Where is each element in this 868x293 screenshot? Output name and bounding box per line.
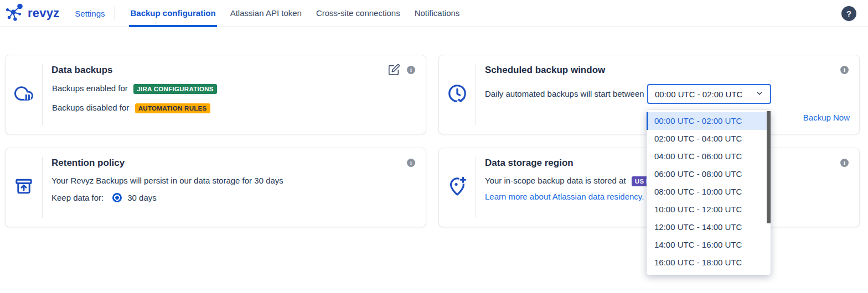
location-pin-plus-icon [447, 176, 468, 199]
card-divider [476, 157, 476, 218]
question-mark-icon: ? [846, 9, 851, 18]
card-divider [42, 64, 43, 125]
chevron-down-icon [756, 90, 763, 99]
backups-enabled-text: Backups enabled for [52, 83, 128, 93]
selected-window-value: 00:00 UTC - 02:00 UTC [655, 90, 756, 99]
card-icon-column [6, 55, 42, 134]
nav-settings-link[interactable]: Settings [75, 9, 105, 18]
dropdown-option[interactable]: 14:00 UTC - 16:00 UTC [647, 236, 771, 254]
tab-notifications[interactable]: Notifications [410, 0, 465, 27]
archive-up-icon [14, 176, 34, 198]
backups-disabled-text: Backups disabled for [52, 103, 129, 112]
card-icon-column [6, 148, 42, 227]
help-button[interactable]: ? [841, 6, 856, 21]
tab-cross-site-connections[interactable]: Cross-site connections [311, 0, 405, 27]
tab-atlassian-api-token[interactable]: Atlassian API token [225, 0, 307, 27]
keep-data-label: Keep data for: [51, 193, 104, 202]
clock-check-icon [447, 83, 468, 106]
backup-window-dropdown: 00:00 UTC - 02:00 UTC 02:00 UTC - 04:00 … [647, 110, 771, 275]
info-icon[interactable]: i [840, 159, 849, 167]
nav-divider [115, 6, 115, 20]
edit-button[interactable] [388, 64, 400, 78]
backup-window-description: Daily automated backups will start betwe… [485, 89, 644, 98]
backup-window-select[interactable]: 00:00 UTC - 02:00 UTC [647, 84, 771, 104]
top-navigation: revyz Settings Backup configuration Atla… [0, 0, 868, 27]
card-data-backups: Data backups i Backups enabled for JIRA … [5, 55, 426, 134]
dropdown-option-selected[interactable]: 00:00 UTC - 02:00 UTC [647, 112, 771, 130]
tab-backup-configuration[interactable]: Backup configuration [125, 0, 220, 27]
card-retention-policy: Retention policy i Your Revyz Backups wi… [5, 148, 426, 227]
card-divider [42, 157, 43, 218]
automation-rules-badge: AUTOMATION RULES [135, 103, 210, 113]
keep-data-radio-selected[interactable] [112, 193, 122, 202]
storage-region-description: Your in-scope backup data is stored at [485, 176, 626, 185]
pencil-edit-icon [388, 64, 400, 76]
retention-description: Your Revyz Backups will persist in our d… [51, 176, 283, 185]
brand-name: revyz [28, 6, 59, 20]
data-residency-link[interactable]: Learn more about Atlassian data residenc… [485, 192, 644, 201]
card-title: Scheduled backup window [485, 65, 605, 76]
dropdown-option[interactable]: 16:00 UTC - 18:00 UTC [647, 254, 771, 271]
dropdown-option[interactable]: 02:00 UTC - 04:00 UTC [647, 130, 771, 148]
info-icon[interactable]: i [407, 66, 415, 74]
card-icon-column [439, 148, 476, 227]
dropdown-option[interactable]: 08:00 UTC - 10:00 UTC [647, 183, 771, 201]
cloud-pause-icon [13, 84, 34, 105]
molecule-logo-icon [6, 2, 24, 24]
card-icon-column [439, 55, 476, 134]
dropdown-option[interactable]: 12:00 UTC - 14:00 UTC [647, 218, 771, 236]
dropdown-option[interactable]: 06:00 UTC - 08:00 UTC [647, 165, 771, 183]
info-icon[interactable]: i [407, 159, 415, 167]
jira-configurations-badge: JIRA CONFIGURATIONS [133, 84, 217, 94]
dropdown-option[interactable]: 04:00 UTC - 06:00 UTC [647, 148, 771, 165]
info-icon[interactable]: i [840, 66, 849, 74]
card-title: Retention policy [51, 158, 125, 169]
brand-logo[interactable]: revyz [0, 2, 59, 24]
dropdown-option[interactable]: 10:00 UTC - 12:00 UTC [647, 201, 771, 218]
card-divider [476, 64, 476, 125]
card-title: Data storage region [485, 158, 574, 169]
card-title: Data backups [51, 65, 113, 76]
backup-now-link[interactable]: Backup Now [803, 113, 850, 122]
keep-data-value: 30 days [127, 193, 157, 202]
dropdown-scrollbar-thumb[interactable] [767, 111, 771, 223]
